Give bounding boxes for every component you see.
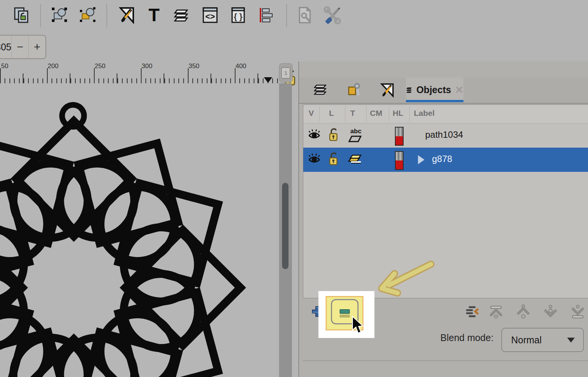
lock-open-icon[interactable] [328, 127, 339, 142]
ruler-label: 50 [1, 62, 8, 70]
x-position-spinbox[interactable]: 305 − + [0, 35, 46, 59]
ruler-label: 200 [48, 62, 58, 70]
expander-icon[interactable] [418, 155, 424, 164]
column-visible: V [309, 109, 314, 118]
ruler-label: 250 [95, 62, 105, 70]
column-type: T [350, 109, 355, 118]
blend-mode-dropdown[interactable]: Normal [501, 328, 584, 352]
visibility-eye-icon[interactable] [308, 153, 321, 165]
layers-icon [313, 83, 329, 97]
document-properties-icon[interactable] [296, 6, 313, 24]
ruler-major-ticks [0, 68, 279, 83]
dialog-tab-bar: Objects ✕ [299, 78, 588, 104]
preferences-icon[interactable] [324, 6, 341, 24]
highlight-color-swatch[interactable] [395, 127, 404, 146]
blend-mode-label: Blend mode: [440, 332, 493, 343]
ruler-corner-button[interactable]: 1 [279, 63, 293, 83]
toolbar-separator [106, 4, 107, 27]
text-icon[interactable]: T [145, 6, 163, 24]
commands-toolbar: T <> { } [0, 0, 588, 31]
swatch-stroke [396, 136, 403, 145]
minus-icon [340, 309, 350, 314]
ruler-label: 300 [142, 62, 152, 70]
x-increment-button[interactable]: + [28, 36, 45, 58]
objects-icon [406, 84, 413, 96]
objects-tree-header: V L T CM HL Label [303, 105, 588, 123]
page-1-icon: 1 [281, 67, 290, 79]
x-decrement-button[interactable]: − [11, 36, 28, 58]
annotation-arrow [375, 257, 439, 303]
column-separator [409, 106, 410, 122]
column-separator [319, 106, 320, 122]
panel-separator [303, 360, 588, 361]
svg-text:<>: <> [205, 12, 215, 21]
vertical-scrollbar[interactable] [279, 83, 292, 377]
column-separator [389, 106, 389, 122]
lower-to-bottom-button[interactable] [570, 304, 585, 319]
raise-button[interactable] [516, 304, 531, 319]
close-icon[interactable]: ✕ [455, 84, 463, 96]
column-highlight: HL [393, 109, 403, 118]
collapse-all-button[interactable] [465, 305, 480, 319]
object-attributes-icon [347, 83, 362, 98]
svg-text:T: T [148, 6, 159, 24]
objects-tree: V L T CM HL Label abc pat [303, 104, 588, 298]
column-lock: L [329, 109, 334, 118]
highlight-color-swatch[interactable] [395, 151, 404, 170]
column-clipmask: CM [370, 109, 382, 118]
type-path-icon: abc [348, 127, 364, 144]
ruler-label: 400 [236, 62, 246, 70]
minus-icon-shadow [340, 315, 350, 318]
swatch-stroke [396, 160, 403, 169]
lock-open-icon[interactable] [328, 151, 339, 167]
duplicate-icon[interactable] [13, 6, 30, 24]
tab-layers[interactable] [307, 78, 335, 102]
x-value[interactable]: 305 [0, 42, 11, 53]
inkscape-window: { "commands_toolbar": { "icons": ["dupli… [0, 0, 588, 377]
toolbar-separator [286, 4, 287, 27]
svg-text:{ }: { } [234, 12, 243, 21]
swatch-fill [396, 128, 403, 136]
object-label[interactable]: g878 [432, 154, 452, 164]
tab-objects-label: Objects [416, 84, 451, 95]
svg-text:abc: abc [350, 128, 361, 135]
column-separator [345, 106, 345, 122]
column-label: Label [414, 109, 435, 118]
tab-objects[interactable]: Objects ✕ [406, 78, 463, 102]
align-distribute-icon[interactable] [257, 6, 275, 24]
ruler-position-marker [264, 77, 272, 83]
selection-toolbar: 305 − + Y: 11.827 − + W: 92.159 − + H: 9… [0, 31, 588, 62]
lower-button[interactable] [543, 304, 558, 319]
object-row-g878[interactable]: g878 [303, 148, 588, 172]
active-tab-underline [406, 100, 463, 102]
group-icon[interactable] [51, 6, 68, 24]
xml-editor-icon[interactable]: <> [201, 6, 219, 24]
mouse-cursor [351, 316, 364, 335]
column-separator [366, 106, 367, 122]
layers-icon[interactable] [173, 6, 191, 24]
object-row-path1034[interactable]: abc path1034 [303, 123, 588, 148]
fill-stroke-icon[interactable] [118, 6, 136, 24]
ruler-label: 350 [189, 62, 199, 70]
object-properties-icon[interactable]: { } [229, 6, 247, 24]
visibility-eye-icon[interactable] [308, 129, 321, 141]
fill-stroke-icon [380, 83, 395, 98]
vertical-scrollbar-thumb[interactable] [282, 183, 289, 269]
toolbar-separator [40, 4, 41, 27]
object-label[interactable]: path1034 [425, 129, 463, 140]
raise-to-top-button[interactable] [488, 305, 504, 319]
type-group-icon [348, 154, 364, 167]
swatch-fill [396, 152, 403, 160]
canvas[interactable] [0, 83, 279, 377]
canvas-drawing [0, 83, 279, 377]
tab-object-attributes[interactable] [341, 78, 368, 102]
horizontal-ruler[interactable]: 50 200 250 300 350 400 [0, 62, 279, 84]
blend-mode-value: Normal [502, 335, 567, 346]
tab-fill-stroke[interactable] [374, 78, 401, 102]
ungroup-icon[interactable] [79, 6, 97, 24]
chevron-down-icon [567, 338, 575, 343]
